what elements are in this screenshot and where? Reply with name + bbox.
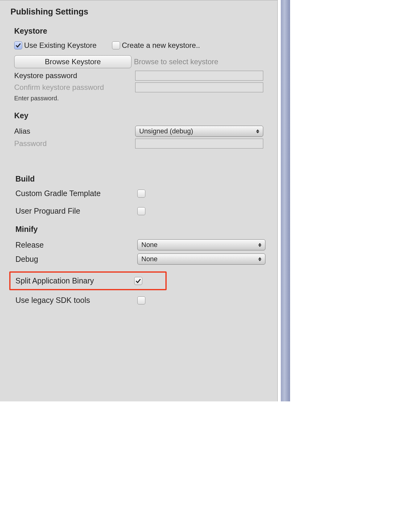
alias-row: Alias Unsigned (debug) <box>14 126 269 137</box>
legacy-sdk-row: Use legacy SDK tools <box>15 296 269 305</box>
alias-dropdown[interactable]: Unsigned (debug) <box>135 126 263 137</box>
minify-debug-value: None <box>141 255 158 263</box>
minify-release-label: Release <box>15 241 137 249</box>
user-proguard-row: User Proguard File <box>15 207 269 216</box>
split-application-binary-highlight: Split Application Binary <box>9 271 167 290</box>
minify-release-row: Release None <box>15 239 269 250</box>
custom-gradle-checkbox[interactable] <box>137 190 145 198</box>
split-application-binary-label: Split Application Binary <box>15 276 134 285</box>
minify-debug-row: Debug None <box>15 253 269 265</box>
custom-gradle-label: Custom Gradle Template <box>15 189 137 198</box>
browse-keystore-hint: Browse to select keystore <box>134 57 218 66</box>
create-new-keystore-item: Create a new keystore.. <box>112 41 200 50</box>
create-new-keystore-checkbox[interactable] <box>112 41 120 49</box>
user-proguard-label: User Proguard File <box>15 207 137 216</box>
checkmark-icon <box>135 278 141 284</box>
keystore-heading: Keystore <box>14 27 269 36</box>
enter-password-hint: Enter password. <box>14 95 269 102</box>
legacy-sdk-label: Use legacy SDK tools <box>15 296 137 305</box>
minify-heading: Minify <box>15 225 269 234</box>
use-existing-keystore-checkbox[interactable] <box>14 41 22 49</box>
user-proguard-checkbox[interactable] <box>137 207 145 215</box>
split-application-binary-checkbox[interactable] <box>134 277 142 285</box>
key-password-input[interactable] <box>135 139 263 149</box>
build-heading: Build <box>15 174 269 183</box>
panel-title: Publishing Settings <box>10 7 269 17</box>
right-edge-decoration <box>281 0 290 401</box>
minify-release-dropdown[interactable]: None <box>137 239 265 250</box>
updown-arrows-icon <box>258 243 261 247</box>
keystore-password-label: Keystore password <box>14 71 135 80</box>
confirm-keystore-password-label: Confirm keystore password <box>14 83 135 92</box>
browse-keystore-button[interactable]: Browse Keystore <box>14 55 131 68</box>
alias-dropdown-value: Unsigned (debug) <box>139 127 193 135</box>
create-new-keystore-label: Create a new keystore.. <box>122 41 200 50</box>
key-password-row: Password <box>14 139 269 149</box>
publishing-settings-panel: Publishing Settings Keystore Use Existin… <box>0 0 278 401</box>
minify-debug-label: Debug <box>15 255 137 264</box>
minify-debug-dropdown[interactable]: None <box>137 253 265 265</box>
custom-gradle-row: Custom Gradle Template <box>15 189 269 198</box>
alias-label: Alias <box>14 127 135 136</box>
browse-keystore-row: Browse Keystore Browse to select keystor… <box>14 55 269 68</box>
use-existing-keystore-item: Use Existing Keystore <box>14 41 97 50</box>
checkmark-icon <box>15 42 21 48</box>
confirm-keystore-password-row: Confirm keystore password <box>14 82 269 92</box>
use-existing-keystore-label: Use Existing Keystore <box>24 41 97 50</box>
key-password-label: Password <box>14 139 135 148</box>
updown-arrows-icon <box>256 129 259 133</box>
updown-arrows-icon <box>258 257 261 261</box>
confirm-keystore-password-input[interactable] <box>135 82 263 92</box>
keystore-password-input[interactable] <box>135 71 263 81</box>
key-heading: Key <box>14 111 269 120</box>
minify-release-value: None <box>141 241 158 249</box>
keystore-mode-row: Use Existing Keystore Create a new keyst… <box>14 41 269 50</box>
legacy-sdk-checkbox[interactable] <box>137 296 145 304</box>
keystore-password-row: Keystore password <box>14 71 269 81</box>
